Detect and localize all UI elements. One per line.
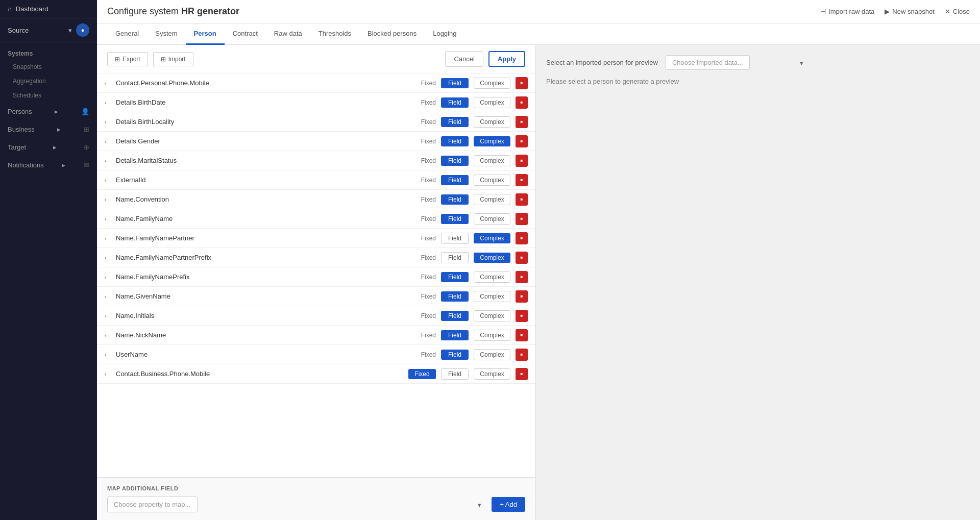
row-chevron-icon[interactable]: ‹: [105, 332, 111, 338]
field-button[interactable]: Field: [441, 252, 469, 263]
table-row: ‹Details.BirthDateFixedFieldComplex■: [97, 93, 535, 112]
field-button[interactable]: Field: [441, 330, 469, 340]
field-button[interactable]: Field: [441, 272, 469, 282]
field-button[interactable]: Field: [441, 117, 469, 127]
field-button[interactable]: Field: [441, 136, 469, 146]
field-button[interactable]: Field: [441, 175, 469, 185]
field-button[interactable]: Field: [441, 97, 469, 108]
sidebar-item-aggregation[interactable]: Aggregation: [0, 74, 97, 88]
delete-button[interactable]: ■: [516, 174, 528, 186]
tab-contract[interactable]: Contract: [225, 23, 266, 45]
sidebar-item-target[interactable]: Target ▸ ⊕: [0, 138, 97, 156]
row-chevron-icon[interactable]: ‹: [105, 371, 111, 377]
complex-button[interactable]: Complex: [474, 368, 510, 380]
add-field-button[interactable]: + Add: [492, 497, 525, 512]
delete-button[interactable]: ■: [516, 77, 528, 89]
preview-select[interactable]: Choose imported data...: [666, 55, 750, 70]
row-chevron-icon[interactable]: ‹: [105, 255, 111, 261]
tab-general[interactable]: General: [107, 23, 147, 45]
row-chevron-icon[interactable]: ‹: [105, 100, 111, 106]
close-label: Close: [953, 8, 970, 15]
complex-button[interactable]: Complex: [474, 155, 510, 166]
sidebar-item-dashboard[interactable]: ⌂ Dashboard: [0, 0, 97, 18]
new-snapshot-button[interactable]: ▶ New snapshot: [885, 8, 934, 15]
complex-button[interactable]: Complex: [474, 97, 510, 108]
row-chevron-icon[interactable]: ‹: [105, 293, 111, 300]
preview-hint: Please select a person to generate a pre…: [546, 78, 970, 85]
delete-button[interactable]: ■: [516, 135, 528, 147]
complex-button[interactable]: Complex: [474, 349, 510, 360]
complex-button[interactable]: Complex: [474, 253, 510, 263]
row-chevron-icon[interactable]: ‹: [105, 352, 111, 358]
row-chevron-icon[interactable]: ‹: [105, 216, 111, 222]
field-button[interactable]: Field: [441, 214, 469, 224]
row-chevron-icon[interactable]: ‹: [105, 196, 111, 203]
row-chevron-icon[interactable]: ‹: [105, 177, 111, 183]
complex-button[interactable]: Complex: [474, 291, 510, 302]
complex-button[interactable]: Complex: [474, 136, 510, 146]
row-chevron-icon[interactable]: ‹: [105, 313, 111, 319]
sidebar-source[interactable]: Source ▾ ●: [0, 18, 97, 42]
sidebar-item-persons[interactable]: Persons ▸ 👤: [0, 103, 97, 120]
row-chevron-icon[interactable]: ‹: [105, 119, 111, 125]
field-button[interactable]: Field: [441, 350, 469, 360]
field-button[interactable]: Field: [441, 368, 469, 380]
complex-button[interactable]: Complex: [474, 116, 510, 128]
delete-button[interactable]: ■: [516, 252, 528, 264]
cancel-button[interactable]: Cancel: [445, 51, 483, 67]
field-button[interactable]: Field: [441, 78, 469, 88]
delete-button[interactable]: ■: [516, 116, 528, 128]
tab-logging[interactable]: Logging: [425, 23, 464, 45]
import-button[interactable]: ⊞ Import: [153, 52, 193, 66]
apply-button[interactable]: Apply: [488, 51, 525, 67]
export-button[interactable]: ⊞ Export: [107, 52, 148, 66]
field-button[interactable]: Field: [441, 194, 469, 205]
field-button[interactable]: Field: [441, 233, 469, 244]
row-chevron-icon[interactable]: ‹: [105, 235, 111, 241]
table-row: ‹Name.ConventionFixedFieldComplex■: [97, 190, 535, 209]
delete-button[interactable]: ■: [516, 271, 528, 283]
complex-button[interactable]: Complex: [474, 271, 510, 283]
sidebar-item-notifications[interactable]: Notifications ▸ ✉: [0, 156, 97, 174]
delete-button[interactable]: ■: [516, 155, 528, 167]
tab-thresholds[interactable]: Thresholds: [310, 23, 359, 45]
delete-button[interactable]: ■: [516, 290, 528, 303]
delete-button[interactable]: ■: [516, 329, 528, 341]
delete-button[interactable]: ■: [516, 368, 528, 380]
delete-button[interactable]: ■: [516, 213, 528, 225]
close-button[interactable]: ✕ Close: [945, 8, 970, 15]
import-raw-data-button[interactable]: ⊣ Import raw data: [820, 8, 874, 15]
row-chevron-icon[interactable]: ‹: [105, 274, 111, 280]
delete-button[interactable]: ■: [516, 349, 528, 361]
delete-button[interactable]: ■: [516, 310, 528, 322]
complex-button[interactable]: Complex: [474, 78, 510, 89]
panel-actions-right: Cancel Apply: [445, 51, 525, 67]
row-chevron-icon[interactable]: ‹: [105, 80, 111, 86]
complex-button[interactable]: Complex: [474, 175, 510, 186]
property-select[interactable]: Choose property to map...: [107, 497, 198, 512]
field-name: Name.FamilyNamePartnerPrefix: [116, 254, 411, 261]
sidebar-item-business[interactable]: Business ▸ ⊞: [0, 120, 97, 138]
complex-button[interactable]: Complex: [474, 330, 510, 341]
field-button[interactable]: Field: [441, 291, 469, 302]
field-button[interactable]: Field: [441, 156, 469, 166]
sidebar-item-schedules[interactable]: Schedules: [0, 88, 97, 103]
delete-button[interactable]: ■: [516, 96, 528, 109]
tab-blocked-persons[interactable]: Blocked persons: [359, 23, 425, 45]
row-chevron-icon[interactable]: ‹: [105, 138, 111, 144]
row-chevron-icon[interactable]: ‹: [105, 158, 111, 164]
delete-button[interactable]: ■: [516, 232, 528, 244]
sidebar-item-snapshots[interactable]: Snapshots: [0, 60, 97, 74]
field-button[interactable]: Field: [441, 311, 469, 321]
delete-button[interactable]: ■: [516, 193, 528, 206]
tab-system[interactable]: System: [147, 23, 185, 45]
complex-button[interactable]: Complex: [474, 213, 510, 225]
complex-button[interactable]: Complex: [474, 194, 510, 205]
fixed-button[interactable]: Fixed: [408, 369, 436, 379]
business-label: Business: [8, 126, 35, 133]
tab-raw-data[interactable]: Raw data: [266, 23, 310, 45]
complex-button[interactable]: Complex: [474, 233, 510, 243]
tab-person[interactable]: Person: [186, 23, 225, 45]
complex-button[interactable]: Complex: [474, 310, 510, 321]
table-row: ‹Name.FamilyNamePrefixFixedFieldComplex■: [97, 267, 535, 287]
